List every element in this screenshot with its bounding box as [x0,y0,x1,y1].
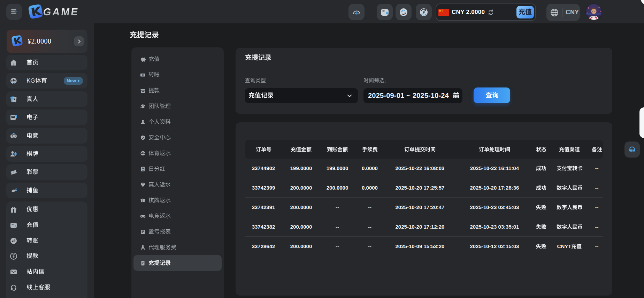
svg-text:¥: ¥ [423,10,425,14]
svg-text:777: 777 [12,116,15,118]
svg-text:$: $ [143,91,143,92]
